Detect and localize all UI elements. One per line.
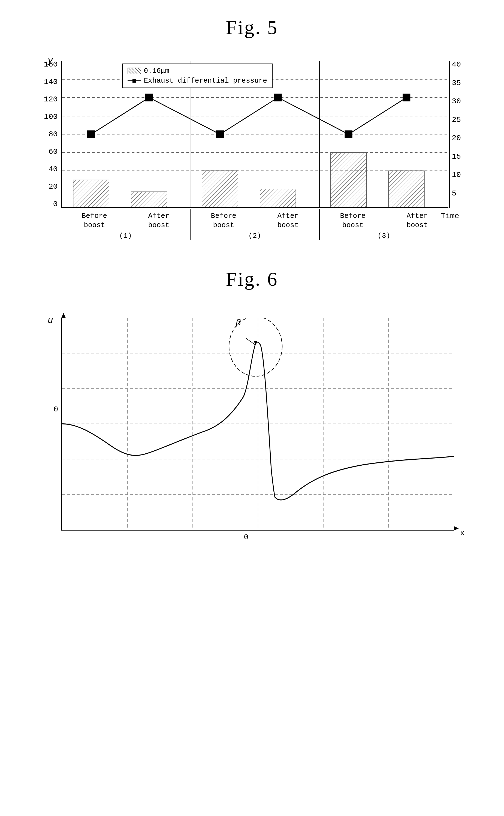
x-label-2-before: Beforeboost (211, 212, 237, 230)
y-label-40: 40 (49, 165, 58, 173)
fig6-u-label: u (48, 315, 53, 326)
x-group-1: Beforeboost Afterboost (1) (61, 209, 191, 240)
svg-rect-11 (73, 180, 109, 207)
x-group-2: Beforeboost Afterboost (2) (191, 209, 320, 240)
page: Fig. 5 y 0 20 40 60 80 100 120 140 160 5… (0, 0, 504, 569)
fig5-legend: 0.16μm Exhaust differential pressure (122, 64, 273, 88)
fig6-y-arrow (61, 313, 66, 318)
svg-point-35 (229, 318, 282, 376)
svg-rect-24 (132, 79, 136, 83)
svg-rect-16 (388, 171, 424, 207)
x-label-2-after: Afterboost (277, 212, 298, 230)
fig6-chart-container: u x 0 β 0 (34, 307, 470, 552)
y-label-120: 120 (44, 96, 58, 103)
legend-hatch-icon (128, 68, 141, 74)
yr-label-10: 10 (452, 171, 461, 179)
fig6-chart-area (61, 318, 454, 531)
fig5-chart-container: y 0 20 40 60 80 100 120 140 160 5 10 15 … (34, 55, 470, 246)
x-label-1-before: Beforeboost (82, 212, 107, 230)
svg-rect-19 (216, 130, 224, 138)
x-group-1-label: (1) (119, 232, 132, 240)
x-label-3-after: Afterboost (406, 212, 428, 230)
x-group-3-label: (3) (378, 232, 390, 240)
legend-line-item: Exhaust differential pressure (128, 77, 267, 85)
fig6-x-arrow (454, 526, 459, 531)
fig5-y-labels-right: 5 10 15 20 25 30 35 40 (450, 61, 470, 208)
yr-label-5: 5 (452, 190, 457, 197)
yr-label-25: 25 (452, 116, 461, 124)
fig5-title: Fig. 5 (22, 16, 482, 39)
yr-label-35: 35 (452, 79, 461, 87)
y-label-160: 160 (44, 61, 58, 68)
y-label-80: 80 (49, 131, 58, 138)
legend-hatch-item: 0.16μm (128, 67, 267, 75)
fig5-right-axis (449, 61, 450, 208)
fig5-chart-area: 0.16μm Exhaust differential pressure (61, 61, 448, 208)
legend-line-label: Exhaust differential pressure (144, 77, 267, 85)
x-group-2-sublabels: Beforeboost Afterboost (191, 212, 319, 230)
svg-rect-20 (274, 94, 282, 101)
y-label-0: 0 (53, 200, 58, 208)
fig6-zero-y: 0 (54, 405, 58, 414)
svg-rect-14 (260, 189, 296, 207)
fig5-x-labels: Beforeboost Afterboost (1) Beforeboost A… (61, 209, 448, 246)
x-group-1-sublabels: Beforeboost Afterboost (61, 212, 190, 230)
svg-rect-15 (330, 152, 366, 207)
y-label-100: 100 (44, 113, 58, 121)
yr-label-40: 40 (452, 61, 461, 68)
yr-label-15: 15 (452, 153, 461, 161)
y-label-60: 60 (49, 148, 58, 156)
fig6-x-label: x (460, 529, 465, 537)
fig5-y-labels-left: 0 20 40 60 80 100 120 140 160 (34, 61, 60, 208)
legend-hatch-label: 0.16μm (144, 67, 170, 75)
svg-rect-21 (345, 130, 352, 138)
x-label-1-after: Afterboost (148, 212, 169, 230)
svg-rect-12 (131, 192, 167, 207)
x-group-3: Beforeboost Afterboost (3) (320, 209, 448, 240)
fig6-svg (62, 318, 454, 530)
x-group-3-sublabels: Beforeboost Afterboost (320, 212, 448, 230)
svg-rect-13 (202, 171, 238, 207)
yr-label-30: 30 (452, 98, 461, 105)
svg-rect-17 (87, 130, 95, 138)
y-label-140: 140 (44, 78, 58, 86)
x-group-2-label: (2) (248, 232, 261, 240)
legend-line-icon (128, 78, 141, 83)
legend-line-svg (128, 78, 141, 83)
x-label-3-before: Beforeboost (340, 212, 366, 230)
y-label-20: 20 (49, 183, 58, 191)
svg-rect-18 (145, 94, 153, 101)
fig6-origin-label: 0 (244, 533, 249, 541)
fig6-title: Fig. 6 (22, 268, 482, 291)
yr-label-20: 20 (452, 134, 461, 142)
svg-rect-22 (402, 94, 410, 101)
